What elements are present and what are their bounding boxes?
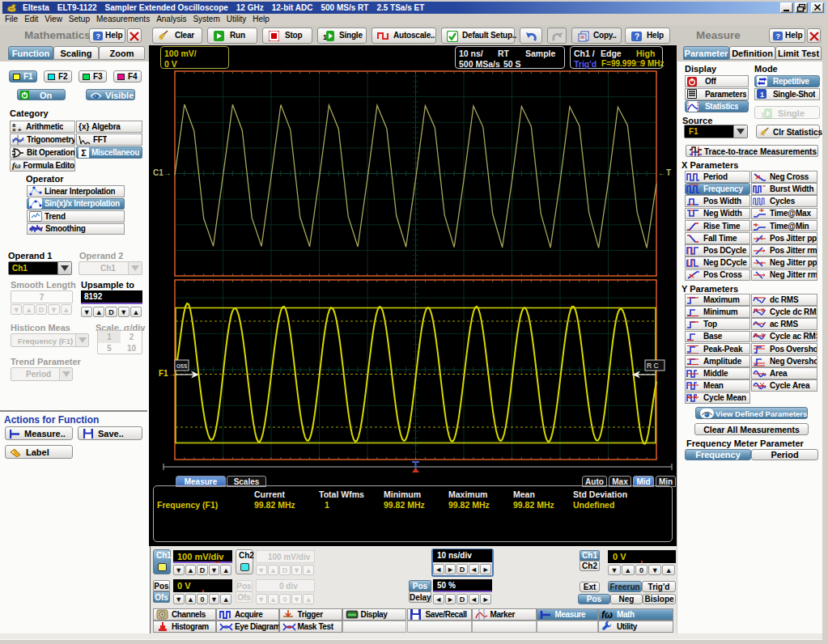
svg-text:?: ? [635,32,639,41]
svg-text:?: ? [776,32,781,40]
svg-text:×: × [12,126,16,132]
svg-text:÷: ÷ [18,126,22,132]
svg-text:R C: R C [647,362,659,370]
svg-text:oss: oss [176,362,187,370]
svg-text:?: ? [96,32,101,40]
svg-text:fω: fω [601,609,613,620]
svg-text:1: 1 [760,91,764,99]
